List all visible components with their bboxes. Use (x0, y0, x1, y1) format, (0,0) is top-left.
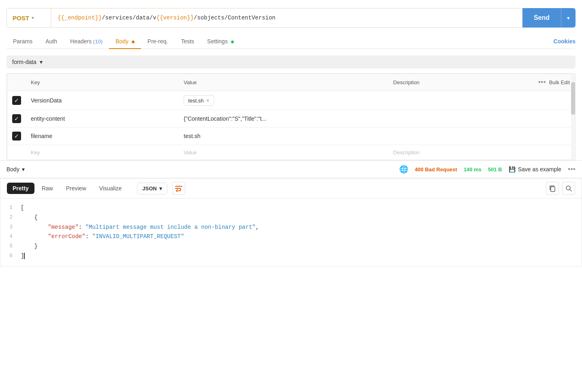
code-line-4: 4 "errorCode": "INVALID_MULTIPART_REQUES… (0, 232, 582, 242)
row2-checkbox[interactable]: ✓ (12, 114, 21, 123)
code-line-6: 6 ] (0, 251, 582, 261)
globe-icon: 🌐 (399, 165, 408, 174)
form-data-label: form-data (12, 59, 36, 65)
code-line-3: 3 "message": "Multipart message must inc… (0, 223, 582, 232)
row2-key[interactable]: entity-content (26, 110, 179, 128)
method-select[interactable]: POST ▾ (6, 8, 51, 28)
format-select[interactable]: JSON ▾ (137, 183, 167, 194)
viewer-tab-raw[interactable]: Raw (36, 183, 59, 194)
search-button[interactable] (562, 182, 575, 195)
row4-checkbox-cell (7, 145, 26, 160)
file-name: test.sh (188, 98, 203, 104)
main-container: POST ▾ {{_endpoint}}/services/data/v{{ve… (0, 0, 582, 160)
col-header-key: Key (26, 74, 179, 91)
send-label: Send (522, 8, 561, 28)
row1-checkbox-cell[interactable]: ✓ (7, 91, 26, 110)
code-line-1: 1 [ (0, 203, 582, 213)
line-num-1: 1 (0, 203, 21, 212)
line-num-5: 5 (0, 242, 21, 251)
url-endpoint: {{_endpoint}} (58, 15, 102, 21)
file-close-icon[interactable]: × (206, 97, 210, 104)
tab-settings[interactable]: Settings (201, 34, 240, 49)
line-content-1: [ (21, 203, 582, 213)
check-icon: ✓ (14, 97, 19, 104)
copy-button[interactable] (546, 182, 559, 195)
row2-actions (525, 110, 575, 128)
response-bar-right: 🌐 400 Bad Request 140 ms 501 B 💾 Save as… (399, 165, 576, 174)
table-row: ✓ filename test.sh (7, 128, 575, 145)
body-chevron-icon: ▾ (22, 166, 25, 173)
row2-description[interactable] (388, 110, 525, 128)
tab-tests[interactable]: Tests (174, 34, 201, 49)
code-area: 1 [ 2 { 3 "message": "Multipart message … (0, 198, 582, 266)
more-icon[interactable]: ••• (538, 78, 546, 87)
row3-description[interactable] (388, 128, 525, 145)
line-num-2: 2 (0, 213, 21, 222)
file-tag: test.sh × (184, 95, 214, 106)
response-viewer: Pretty Raw Preview Visualize JSON ▾ (0, 178, 582, 266)
row1-key[interactable]: VersionData (26, 91, 179, 110)
request-tabs: Params Auth Headers (10) Body Pre-req. T… (6, 34, 576, 49)
line-num-3: 3 (0, 223, 21, 232)
tab-body[interactable]: Body (109, 34, 141, 49)
line-content-6: ] (21, 251, 582, 261)
col-header-actions: ••• Bulk Edit (525, 74, 575, 91)
url-display[interactable]: {{_endpoint}}/services/data/v{{version}}… (51, 8, 522, 28)
row2-checkbox-cell[interactable]: ✓ (7, 110, 26, 128)
tab-auth[interactable]: Auth (39, 34, 64, 49)
body-dot (132, 40, 135, 43)
row1-actions (525, 91, 575, 110)
response-time: 140 ms (464, 166, 481, 173)
response-more-icon[interactable]: ••• (568, 165, 576, 174)
row4-key-placeholder[interactable]: Key (26, 145, 179, 160)
tabs-left: Params Auth Headers (10) Body Pre-req. T… (6, 34, 240, 49)
row3-value[interactable]: test.sh (179, 128, 388, 145)
viewer-tab-pretty[interactable]: Pretty (7, 183, 34, 194)
headers-badge: (10) (93, 38, 103, 45)
row1-value[interactable]: test.sh × (179, 91, 388, 110)
row4-actions (525, 145, 575, 160)
text-cursor (24, 253, 25, 259)
status-badge: 400 Bad Request (415, 166, 457, 173)
row1-description[interactable] (388, 91, 525, 110)
wrap-icon[interactable] (172, 182, 185, 195)
settings-dot (231, 40, 234, 43)
save-example-button[interactable]: 💾 Save as example (509, 166, 561, 173)
row4-value-placeholder[interactable]: Value (179, 145, 388, 160)
tab-params[interactable]: Params (6, 34, 39, 49)
tab-headers[interactable]: Headers (10) (64, 34, 109, 49)
line-content-5: } (21, 242, 582, 251)
send-button[interactable]: Send ▾ (522, 8, 576, 28)
row3-actions (525, 128, 575, 145)
line-num-4: 4 (0, 232, 21, 241)
method-chevron-icon: ▾ (32, 15, 34, 21)
row3-checkbox-cell[interactable]: ✓ (7, 128, 26, 145)
col-header-description: Description (388, 74, 525, 91)
row2-value[interactable]: {"ContentLocation":"S","Title":"t... (179, 110, 388, 128)
response-size: 501 B (488, 166, 502, 173)
cookies-link[interactable]: Cookies (547, 34, 576, 49)
col-header-value: Value (179, 74, 388, 91)
check-icon: ✓ (14, 133, 19, 139)
body-label: Body (6, 166, 19, 173)
table-scrollbar[interactable] (571, 74, 575, 160)
response-bar: Body ▾ 🌐 400 Bad Request 140 ms 501 B 💾 … (0, 160, 582, 178)
check-icon: ✓ (14, 115, 19, 122)
row3-checkbox[interactable]: ✓ (12, 132, 21, 141)
format-chevron-icon: ▾ (159, 185, 162, 192)
viewer-tab-visualize[interactable]: Visualize (94, 183, 128, 194)
form-data-select[interactable]: form-data ▾ (6, 55, 576, 68)
bulk-edit-label[interactable]: Bulk Edit (549, 79, 570, 85)
row4-description-placeholder[interactable]: Description (388, 145, 525, 160)
body-dropdown[interactable]: Body ▾ (6, 166, 25, 173)
code-line-2: 2 { (0, 213, 582, 223)
row1-checkbox[interactable]: ✓ (12, 96, 21, 105)
svg-rect-0 (551, 187, 555, 192)
viewer-tab-preview[interactable]: Preview (60, 183, 92, 194)
table-row: ✓ entity-content {"ContentLocation":"S",… (7, 110, 575, 128)
table-row: Key Value Description (7, 145, 575, 160)
tab-prereq[interactable]: Pre-req. (141, 34, 175, 49)
row3-key[interactable]: filename (26, 128, 179, 145)
url-path1: /services/data/v (102, 15, 156, 21)
params-table-wrapper: Key Value Description ••• Bulk Edit (6, 73, 576, 160)
